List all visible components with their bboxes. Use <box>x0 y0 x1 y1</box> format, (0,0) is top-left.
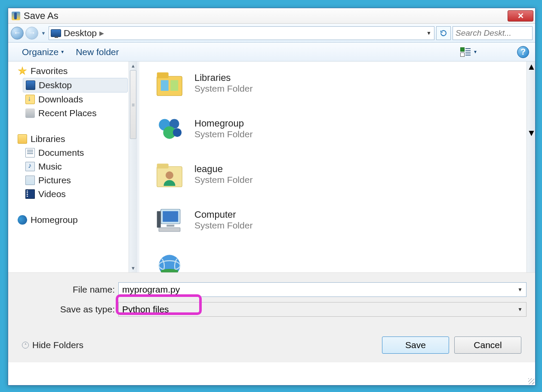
breadcrumb-separator[interactable]: ▶ <box>99 30 104 37</box>
new-folder-button[interactable]: New folder <box>76 47 119 57</box>
sidebar-item-documents[interactable]: Documents <box>8 146 137 160</box>
downloads-icon <box>25 95 35 104</box>
filename-input[interactable]: myprogram.py ▼ <box>118 282 527 297</box>
recent-icon <box>25 108 35 118</box>
sidebar-item-downloads[interactable]: Downloads <box>8 93 137 106</box>
user-folder-large-icon <box>152 157 187 191</box>
homegroup-large-icon <box>152 111 187 146</box>
pictures-icon <box>25 176 35 185</box>
sidebar-group-favorites[interactable]: Favorites <box>8 64 137 78</box>
back-button[interactable]: ← <box>11 27 24 40</box>
location-bar[interactable]: Desktop ▶ ▼ <box>49 26 434 40</box>
computer-large-icon <box>152 203 187 237</box>
sidebar-item-music[interactable]: Music <box>8 160 137 173</box>
svg-rect-4 <box>161 80 169 91</box>
savetype-row: Save as type: Python files ▼ <box>17 302 527 317</box>
forward-button[interactable]: → <box>25 27 38 40</box>
sidebar-item-pictures[interactable]: Pictures <box>8 173 137 187</box>
location-dropdown[interactable]: ▼ <box>425 30 433 36</box>
sidebar-item-desktop[interactable]: Desktop <box>23 78 128 93</box>
refresh-button[interactable] <box>436 26 451 40</box>
navigation-pane: Favorites Desktop Downloads Recent Place… <box>8 62 137 272</box>
svg-rect-15 <box>166 225 174 227</box>
titlebar[interactable]: Save As ✕ <box>8 8 535 24</box>
filename-row: File name: myprogram.py ▼ <box>17 282 527 297</box>
folder-item-homegroup[interactable]: Homegroup System Folder <box>152 111 532 146</box>
documents-icon <box>25 148 35 157</box>
music-icon <box>25 162 35 171</box>
svg-rect-5 <box>170 80 178 91</box>
scroll-down-icon[interactable]: ▼ <box>129 264 137 272</box>
homegroup-icon <box>18 215 27 225</box>
cancel-button[interactable]: Cancel <box>454 336 521 354</box>
search-box[interactable] <box>453 26 533 40</box>
scroll-track[interactable] <box>129 139 137 264</box>
organize-button[interactable]: Organize▼ <box>22 47 65 57</box>
filename-value: myprogram.py <box>122 284 180 295</box>
svg-rect-3 <box>157 72 169 78</box>
sidebar-scrollbar[interactable]: ▲ ▼ <box>129 62 137 272</box>
collapse-icon[interactable]: ˄ <box>22 342 29 349</box>
filename-label: File name: <box>17 284 118 295</box>
svg-rect-2 <box>157 76 182 96</box>
sidebar-group-libraries[interactable]: Libraries <box>8 132 137 146</box>
videos-icon <box>25 189 35 199</box>
sidebar-item-recent-places[interactable]: Recent Places <box>8 106 137 120</box>
libraries-large-icon <box>152 66 187 100</box>
savetype-value: Python files <box>122 304 169 315</box>
folder-item-computer[interactable]: Computer System Folder <box>152 203 532 237</box>
savetype-dropdown[interactable]: ▼ <box>517 306 523 312</box>
save-as-dialog: Save As ✕ ← → ▼ Desktop ▶ ▼ Organize▼ Ne… <box>8 8 536 386</box>
bottom-panel: File name: myprogram.py ▼ Save as type: … <box>8 272 535 362</box>
svg-point-9 <box>173 128 182 137</box>
scroll-thumb[interactable] <box>130 70 136 139</box>
svg-rect-14 <box>163 211 178 222</box>
desktop-icon <box>26 80 35 90</box>
resize-grip[interactable] <box>528 378 534 384</box>
libraries-icon <box>18 134 27 144</box>
svg-point-12 <box>166 171 173 179</box>
python-icon <box>12 12 20 20</box>
filename-dropdown[interactable]: ▼ <box>517 287 523 293</box>
window-title: Save As <box>24 10 508 22</box>
main-scrollbar[interactable]: ▲ ▼ <box>527 62 535 272</box>
toolbar: Organize▼ New folder ▼ ? <box>8 43 535 62</box>
save-button[interactable]: Save <box>382 336 449 354</box>
footer: ˄ Hide Folders Save Cancel <box>17 322 527 357</box>
nav-history-dropdown[interactable]: ▼ <box>40 27 47 40</box>
hide-folders-link[interactable]: Hide Folders <box>32 340 83 350</box>
content-area: Favorites Desktop Downloads Recent Place… <box>8 62 535 272</box>
folder-item-libraries[interactable]: Libraries System Folder <box>152 66 532 100</box>
savetype-label: Save as type: <box>17 304 118 315</box>
svg-rect-11 <box>157 164 169 168</box>
scroll-up-icon[interactable]: ▲ <box>129 62 137 70</box>
savetype-input[interactable]: Python files ▼ <box>118 302 527 317</box>
navigation-bar: ← → ▼ Desktop ▶ ▼ <box>8 24 535 43</box>
file-list[interactable]: Libraries System Folder Homegroup System… <box>139 62 535 272</box>
folder-item-network[interactable] <box>152 248 532 272</box>
desktop-icon <box>51 29 61 37</box>
search-input[interactable] <box>456 28 542 38</box>
network-large-icon <box>152 248 187 272</box>
scroll-up-icon[interactable]: ▲ <box>527 62 535 72</box>
svg-rect-16 <box>157 211 161 228</box>
help-button[interactable]: ? <box>517 46 529 58</box>
breadcrumb-desktop[interactable]: Desktop <box>64 28 97 38</box>
view-options-button[interactable]: ▼ <box>460 47 477 57</box>
star-icon <box>18 66 27 76</box>
svg-rect-17 <box>159 228 180 231</box>
sidebar-item-videos[interactable]: Videos <box>8 187 137 201</box>
scroll-thumb[interactable] <box>527 72 535 128</box>
scroll-down-icon[interactable]: ▼ <box>527 128 535 138</box>
folder-item-user[interactable]: league System Folder <box>152 157 532 191</box>
sidebar-group-homegroup[interactable]: Homegroup <box>8 213 137 227</box>
close-button[interactable]: ✕ <box>508 10 533 22</box>
